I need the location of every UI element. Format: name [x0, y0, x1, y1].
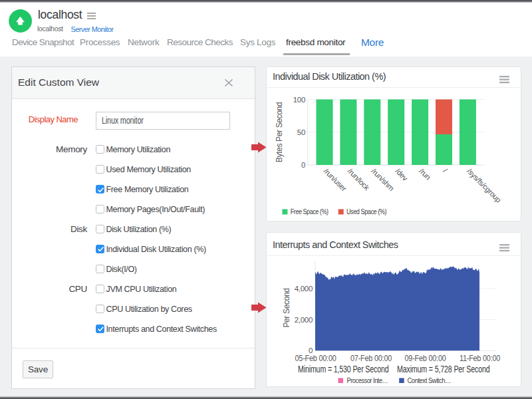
svg-text:/dev: /dev	[394, 167, 409, 182]
svg-text:0: 0	[301, 161, 305, 169]
svg-text:/: /	[442, 167, 449, 174]
svg-text:/run/lock: /run/lock	[346, 167, 371, 192]
svg-text:/run: /run	[418, 167, 432, 182]
svg-text:/run/user: /run/user	[323, 167, 348, 193]
svg-text:Context Switch…: Context Switch…	[408, 376, 451, 384]
svg-text:05-Feb 00:00: 05-Feb 00:00	[295, 354, 336, 362]
svg-text:Processor Inte…: Processor Inte…	[347, 376, 388, 384]
svg-text:2,000: 2,000	[295, 316, 313, 324]
svg-text:11-Feb 00:00: 11-Feb 00:00	[460, 354, 500, 362]
svg-text:Bytes Per Second: Bytes Per Second	[275, 102, 284, 162]
svg-text:100: 100	[293, 96, 305, 104]
svg-text:/sys/fs/cgroup: /sys/fs/cgroup	[466, 167, 503, 204]
svg-text:Used Space (%): Used Space (%)	[346, 207, 386, 215]
svg-text:Free Space (%): Free Space (%)	[291, 207, 329, 215]
svg-text:50: 50	[297, 128, 305, 136]
svg-text:/run/shm: /run/shm	[370, 167, 395, 192]
svg-text:Per Second: Per Second	[282, 288, 291, 327]
svg-text:09-Feb 00:00: 09-Feb 00:00	[404, 354, 446, 362]
svg-text:07-Feb 00:00: 07-Feb 00:00	[350, 354, 392, 362]
svg-text:4,000: 4,000	[295, 285, 313, 293]
